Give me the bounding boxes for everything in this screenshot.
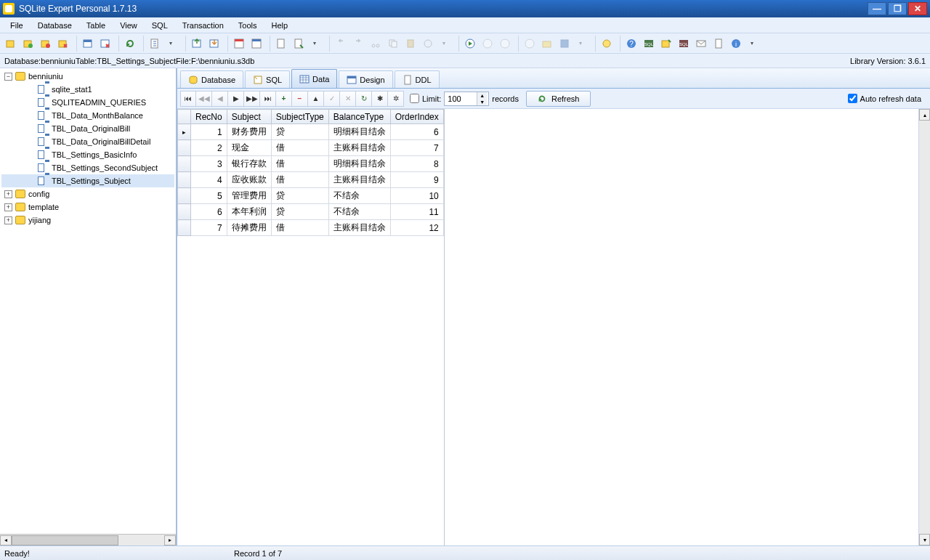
cell[interactable]: 待摊费用 [227,220,271,236]
limit-down[interactable]: ▼ [477,99,487,105]
tb-script[interactable] [273,36,289,52]
cell[interactable]: 本年利润 [227,204,271,220]
menu-sql[interactable]: SQL [146,20,174,31]
tb-run[interactable] [462,36,478,52]
cell[interactable]: 1 [191,124,227,140]
cell[interactable]: 贷 [271,124,328,140]
tree-db-yijiang[interactable]: +yijiang [1,214,174,227]
cell[interactable]: 7 [191,220,227,236]
cell[interactable]: 11 [390,204,443,220]
tb-world[interactable] [599,36,615,52]
row-indicator[interactable] [178,220,191,236]
tb-help[interactable]: ? [623,36,639,52]
cell[interactable]: 3 [191,156,227,172]
cell[interactable]: 明细科目结余 [328,124,390,140]
db-tree[interactable]: − benniuniu sqlite_stat1SQLITEADMIN_QUER… [0,68,176,534]
tb-script-drop[interactable]: ▾ [308,36,324,52]
tb-sql2[interactable] [658,36,674,52]
col-RecNo[interactable]: RecNo [191,110,227,124]
close-button[interactable]: ✕ [908,2,927,15]
maximize-button[interactable]: ❐ [888,2,907,15]
table-row[interactable]: ▸1财务费用贷明细科目结余6 [178,124,444,140]
row-indicator[interactable] [178,188,191,204]
table-row[interactable]: 6本年利润贷不结余11 [178,204,444,220]
col-Subject[interactable]: Subject [227,110,271,124]
table-row[interactable]: 3银行存款借明细科目结余8 [178,156,444,172]
table-row[interactable]: 4应收账款借主账科目结余9 [178,172,444,188]
scroll-left-button[interactable]: ◂ [0,535,12,545]
row-indicator[interactable]: ▸ [178,124,191,140]
nav-next[interactable]: ▶ [228,91,244,107]
nav-first[interactable]: ⏮ [180,91,196,107]
grid-vscroll[interactable]: ▴ ▾ [918,109,930,545]
tree-hscroll[interactable]: ◂ ▸ [0,534,176,545]
cell[interactable]: 2 [191,140,227,156]
tb-run-next[interactable] [497,36,513,52]
tb-stop[interactable] [522,36,538,52]
tree-table-TBL_Data_OriginalBill[interactable]: TBL_Data_OriginalBill [1,122,174,135]
limit-spinner[interactable]: ▲▼ [444,92,489,106]
scroll-right-button[interactable]: ▸ [164,535,176,545]
nav-prev-page[interactable]: ◀◀ [196,91,212,107]
tree-table-TBL_Data_OriginalBillDetail[interactable]: TBL_Data_OriginalBillDetail [1,135,174,148]
limit-checkbox[interactable] [410,94,419,103]
row-indicator[interactable] [178,204,191,220]
tb-script-run[interactable] [291,36,307,52]
row-indicator[interactable] [178,156,191,172]
tb-export[interactable] [206,36,222,52]
menu-table[interactable]: Table [81,20,111,31]
tb-save[interactable] [557,36,573,52]
tb-export2[interactable]: ▾ [164,36,180,52]
nav-last[interactable]: ⏭ [260,91,276,107]
tree-table-TBL_Settings_Subject[interactable]: TBL_Settings_Subject [1,174,174,187]
tree-table-SQLITEADMIN_QUERIES[interactable]: SQLITEADMIN_QUERIES [1,96,174,109]
tb-open[interactable] [539,36,555,52]
tb-info-drop[interactable]: ▾ [745,36,761,52]
tb-close-db[interactable] [55,36,71,52]
tree-db-template[interactable]: +template [1,200,174,214]
tab-sql[interactable]: SQL [245,70,290,88]
tb-new-db[interactable] [3,36,19,52]
cell[interactable]: 不结余 [328,204,390,220]
nav-prev[interactable]: ◀ [212,91,228,107]
tb-new-table[interactable] [80,36,96,52]
cell[interactable]: 主账科目结余 [328,220,390,236]
tree-table-sqlite_stat1[interactable]: sqlite_stat1 [1,83,174,96]
menu-file[interactable]: File [4,20,29,31]
menu-database[interactable]: Database [32,20,78,31]
col-SubjectType[interactable]: SubjectType [271,110,328,124]
nav-bookmark[interactable]: ✱ [372,91,388,107]
nav-next-page[interactable]: ▶▶ [244,91,260,107]
menu-tools[interactable]: Tools [232,20,263,31]
cell[interactable]: 借 [271,220,328,236]
nav-cancel[interactable]: ✕ [340,91,356,107]
tb-cal2[interactable] [248,36,264,52]
tab-design[interactable]: Design [339,70,392,88]
cell[interactable]: 现金 [227,140,271,156]
nav-refresh[interactable]: ↻ [356,91,372,107]
tab-ddl[interactable]: DDL [395,70,440,88]
tb-refresh[interactable] [122,36,138,52]
minimize-button[interactable]: — [868,2,886,15]
cell[interactable]: 主账科目结余 [328,140,390,156]
cell[interactable]: 10 [390,188,443,204]
tb-save-drop[interactable]: ▾ [574,36,590,52]
tb-cal1[interactable] [231,36,247,52]
cell[interactable]: 不结余 [328,188,390,204]
nav-delete[interactable]: − [292,91,308,107]
scroll-down-button[interactable]: ▾ [919,534,930,545]
tb-cut[interactable] [368,36,384,52]
tb-undo[interactable] [333,36,349,52]
col-OrderIndex[interactable]: OrderIndex [390,110,443,124]
cell[interactable]: 借 [271,172,328,188]
cell[interactable]: 12 [390,220,443,236]
tree-db-config[interactable]: +config [1,187,174,200]
table-row[interactable]: 5管理费用贷不结余10 [178,188,444,204]
tb-paste[interactable] [403,36,418,52]
cell[interactable]: 4 [191,172,227,188]
tree-table-TBL_Settings_SecondSubject[interactable]: TBL_Settings_SecondSubject [1,161,174,174]
nav-filter[interactable]: ✲ [388,91,404,107]
tb-clock-drop[interactable]: ▾ [437,36,453,52]
tb-run-prev[interactable] [480,36,496,52]
cell[interactable]: 8 [390,156,443,172]
